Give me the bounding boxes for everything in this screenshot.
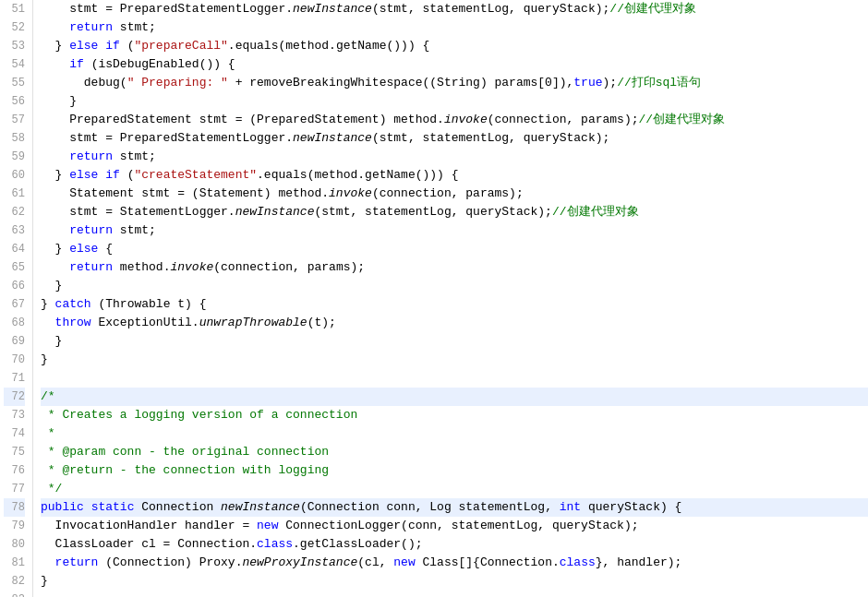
token: Statement stmt = (Statement) method. — [41, 185, 329, 203]
code-line-78: public static Connection newInstance(Con… — [41, 498, 868, 517]
token: static — [91, 498, 135, 517]
token: invoke — [444, 111, 488, 129]
token: (connection, params); — [488, 111, 639, 129]
token — [41, 554, 55, 572]
token — [41, 258, 69, 277]
token: //创建代理对象 — [609, 0, 696, 18]
token: } — [41, 332, 62, 351]
token: InvocationHandler handler = — [41, 517, 257, 535]
code-line-67: } catch (Throwable t) { — [41, 295, 868, 314]
token: } — [41, 37, 69, 55]
line-numbers-panel: 5152535455565758596061626364656667686970… — [0, 0, 33, 597]
token: (connection, params); — [213, 258, 365, 277]
code-line-83 — [41, 591, 868, 597]
line-number-53: 53 — [4, 37, 25, 55]
token: (stmt, statementLog, queryStack); — [314, 203, 551, 221]
token: .getClassLoader(); — [293, 535, 422, 554]
token: (stmt, statementLog, queryStack); — [372, 129, 609, 148]
token: return — [69, 148, 113, 166]
token: return — [69, 18, 113, 37]
token: return — [55, 554, 99, 572]
code-line-81: return (Connection) Proxy.newProxyInstan… — [41, 554, 868, 572]
token: stmt = PreparedStatementLogger. — [41, 0, 293, 18]
line-number-65: 65 — [4, 258, 25, 277]
line-number-58: 58 — [4, 129, 25, 148]
line-number-64: 64 — [4, 240, 25, 258]
token: stmt; — [113, 148, 156, 166]
token — [41, 55, 69, 74]
line-number-74: 74 — [4, 424, 25, 443]
line-number-68: 68 — [4, 314, 25, 332]
line-number-60: 60 — [4, 166, 25, 185]
token: } — [41, 295, 55, 314]
token: newInstance — [235, 203, 315, 221]
token: ClassLoader cl = Connection. — [41, 535, 257, 554]
code-line-61: Statement stmt = (Statement) method.invo… — [41, 185, 868, 203]
token: + removeBreakingWhitespace((String) para… — [228, 74, 573, 92]
line-number-77: 77 — [4, 480, 25, 498]
token: .equals(method.getName())) { — [228, 37, 429, 55]
token — [41, 18, 69, 37]
token: unwrapThrowable — [199, 314, 307, 332]
code-line-75: * @param conn - the original connection — [41, 443, 868, 461]
line-number-71: 71 — [4, 369, 25, 388]
token — [41, 148, 69, 166]
token: queryStack) { — [581, 498, 681, 517]
line-number-63: 63 — [4, 221, 25, 240]
code-line-56: } — [41, 92, 868, 111]
line-number-70: 70 — [4, 351, 25, 369]
line-number-80: 80 — [4, 535, 25, 554]
code-line-73: * Creates a logging version of a connect… — [41, 406, 868, 424]
line-number-61: 61 — [4, 185, 25, 203]
code-line-80: ClassLoader cl = Connection.class.getCla… — [41, 535, 868, 554]
line-number-81: 81 — [4, 554, 25, 572]
token: stmt = PreparedStatementLogger. — [41, 129, 293, 148]
code-line-60: } else if ("createStatement".equals(meth… — [41, 166, 868, 185]
token: (Connection) Proxy. — [98, 554, 242, 572]
code-line-66: } — [41, 277, 868, 295]
token: (t); — [307, 314, 336, 332]
token: } — [41, 572, 48, 591]
line-number-82: 82 — [4, 572, 25, 591]
code-line-69: } — [41, 332, 868, 351]
token: } — [41, 240, 69, 258]
code-line-65: return method.invoke(connection, params)… — [41, 258, 868, 277]
line-number-66: 66 — [4, 277, 25, 295]
token: //打印sql语句 — [617, 74, 701, 92]
token: stmt; — [113, 221, 156, 240]
code-line-55: debug(" Preparing: " + removeBreakingWhi… — [41, 74, 868, 92]
code-line-72: /* — [41, 388, 868, 406]
token: else if — [69, 37, 120, 55]
token: newInstance — [293, 129, 372, 148]
line-number-67: 67 — [4, 295, 25, 314]
token — [84, 498, 91, 517]
token — [41, 221, 69, 240]
code-line-63: return stmt; — [41, 221, 868, 240]
line-number-72: 72 — [4, 388, 25, 406]
token: new — [257, 517, 278, 535]
code-line-57: PreparedStatement stmt = (PreparedStatem… — [41, 111, 868, 129]
token: ( — [120, 166, 135, 185]
token — [41, 314, 55, 332]
token: { — [98, 240, 113, 258]
code-line-76: * @return - the connection with logging — [41, 461, 868, 480]
token: newInstance — [221, 498, 300, 517]
line-number-62: 62 — [4, 203, 25, 221]
token: "prepareCall" — [134, 37, 227, 55]
token: } — [41, 277, 62, 295]
code-line-58: stmt = PreparedStatementLogger.newInstan… — [41, 129, 868, 148]
token: return — [69, 221, 113, 240]
line-number-51: 51 — [4, 0, 25, 18]
token: Class[]{Connection. — [416, 554, 560, 572]
token: if — [69, 55, 84, 74]
code-content-area[interactable]: stmt = PreparedStatementLogger.newInstan… — [33, 0, 868, 597]
token: } — [41, 351, 48, 369]
code-line-71 — [41, 369, 868, 388]
line-number-79: 79 — [4, 517, 25, 535]
token: ); — [603, 74, 618, 92]
code-line-64: } else { — [41, 240, 868, 258]
code-line-74: * — [41, 424, 868, 443]
token: ConnectionLogger(conn, statementLog, que… — [278, 517, 638, 535]
code-line-68: throw ExceptionUtil.unwrapThrowable(t); — [41, 314, 868, 332]
token: "createStatement" — [134, 166, 257, 185]
